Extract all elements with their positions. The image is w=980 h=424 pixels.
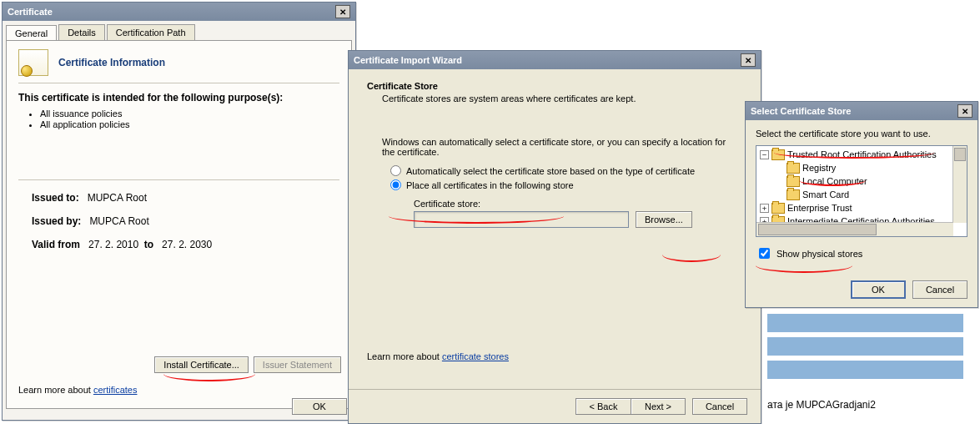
select-store-title: Select Certificate Store — [751, 106, 851, 116]
wizard-button-bar: < Back Next > Cancel — [349, 389, 761, 423]
divider — [18, 179, 339, 180]
tab-general[interactable]: General — [6, 25, 57, 41]
certificate-title: Certificate — [8, 7, 53, 17]
certificate-titlebar[interactable]: Certificate ✕ — [3, 3, 355, 21]
wizard-window: Certificate Import Wizard ✕ Certificate … — [348, 50, 761, 424]
issued-by-row: Issued by: MUPCA Root — [18, 215, 339, 227]
background-stripe — [767, 337, 963, 356]
tab-certification-path[interactable]: Certification Path — [107, 24, 195, 40]
install-certificate-button[interactable]: Install Certificate... — [154, 356, 248, 373]
tree-item-registry[interactable]: Registry — [802, 163, 836, 173]
certificate-ok-button[interactable]: OK — [292, 398, 347, 415]
tree-horizontal-scrollbar[interactable] — [756, 222, 953, 236]
annotation-mark — [163, 374, 255, 381]
background-stripe — [767, 314, 963, 332]
select-store-prompt: Select the certificate store you want to… — [756, 129, 967, 139]
back-button[interactable]: < Back — [575, 398, 631, 415]
folder-icon — [771, 149, 785, 160]
select-store-window: Select Certificate Store ✕ Select the ce… — [745, 101, 978, 308]
folder-icon — [771, 203, 785, 214]
folder-icon — [787, 189, 800, 200]
show-physical-checkbox[interactable] — [759, 248, 770, 259]
issuer-statement-button: Issuer Statement — [254, 356, 341, 373]
wizard-body-text: Windows can automatically select a certi… — [382, 137, 741, 157]
close-icon[interactable]: ✕ — [957, 104, 972, 118]
certificate-stores-link[interactable]: certificate stores — [442, 351, 509, 361]
certificate-store-tree[interactable]: − Trusted Root Certification Authorities… — [756, 145, 967, 237]
certificate-store-label: Certificate store: — [414, 199, 742, 209]
issued-to-value: MUPCA Root — [88, 192, 147, 204]
folder-icon — [787, 176, 800, 187]
cancel-button[interactable]: Cancel — [692, 398, 747, 415]
certificate-window: Certificate ✕ General Details Certificat… — [2, 2, 356, 421]
wizard-title: Certificate Import Wizard — [354, 55, 462, 65]
purpose-item: All issuance policies — [40, 109, 339, 119]
wizard-heading: Certificate Store — [367, 81, 742, 91]
background-text: ата је MUPCAGradjani2 — [767, 399, 876, 411]
close-icon[interactable]: ✕ — [741, 53, 756, 67]
purpose-heading: This certificate is intended for the fol… — [18, 92, 339, 103]
certificate-icon — [18, 49, 48, 76]
radio-auto-input[interactable] — [390, 165, 401, 176]
wizard-titlebar[interactable]: Certificate Import Wizard ✕ — [349, 51, 761, 69]
next-button[interactable]: Next > — [631, 398, 686, 415]
tree-expand-icon[interactable]: + — [760, 204, 769, 213]
folder-icon — [787, 163, 800, 174]
valid-row: Valid from 27. 2. 2010 to 27. 2. 2030 — [18, 239, 339, 250]
issued-by-value: MUPCA Root — [89, 215, 148, 227]
purpose-list: All issuance policies All application po… — [40, 109, 339, 129]
certificate-store-input[interactable] — [414, 211, 629, 228]
valid-from-label: Valid from — [32, 239, 80, 250]
tab-details[interactable]: Details — [58, 24, 105, 40]
learn-more-row: Learn more about certificates — [18, 385, 137, 395]
radio-auto-select[interactable]: Automatically select the certificate sto… — [390, 165, 742, 176]
background-stripe — [767, 361, 963, 379]
tree-item-smart-card[interactable]: Smart Card — [802, 189, 849, 199]
annotation-mark — [756, 265, 852, 273]
learn-more-prefix: Learn more about — [367, 351, 442, 361]
close-icon[interactable]: ✕ — [335, 5, 350, 18]
radio-place-all[interactable]: Place all certificates in the following … — [390, 179, 742, 190]
purpose-item: All application policies — [40, 119, 339, 129]
browse-button[interactable]: Browse... — [636, 211, 692, 228]
tree-item-enterprise-trust[interactable]: Enterprise Trust — [787, 203, 852, 213]
tree-item-local-computer[interactable]: Local Computer — [802, 176, 867, 186]
issued-to-row: Issued to: MUPCA Root — [18, 192, 339, 204]
valid-to-label: to — [144, 239, 153, 250]
valid-to-value: 27. 2. 2030 — [162, 239, 212, 250]
annotation-mark — [662, 255, 721, 262]
certificate-tabs: General Details Certification Path — [6, 24, 352, 40]
issued-by-label: Issued by: — [32, 215, 81, 227]
learn-more-prefix: Learn more about — [18, 385, 93, 395]
select-store-cancel-button[interactable]: Cancel — [912, 280, 967, 299]
wizard-learn-row: Learn more about certificate stores — [367, 351, 509, 361]
divider — [18, 83, 339, 83]
tree-item-trusted-root[interactable]: Trusted Root Certification Authorities — [787, 149, 937, 159]
radio-auto-label: Automatically select the certificate sto… — [406, 166, 695, 176]
certificate-info-heading: Certificate Information — [58, 57, 165, 68]
select-store-titlebar[interactable]: Select Certificate Store ✕ — [746, 102, 977, 120]
valid-from-value: 27. 2. 2010 — [88, 239, 138, 250]
radio-place-label: Place all certificates in the following … — [406, 180, 574, 190]
tree-vertical-scrollbar[interactable] — [952, 146, 967, 223]
select-store-ok-button[interactable]: OK — [851, 280, 906, 299]
tab-body-general: Certificate Information This certificate… — [6, 40, 352, 409]
tree-collapse-icon[interactable]: − — [760, 150, 769, 159]
radio-place-input[interactable] — [390, 179, 401, 190]
show-physical-stores[interactable]: Show physical stores — [756, 245, 967, 261]
show-physical-label: Show physical stores — [776, 249, 862, 259]
certificates-link[interactable]: certificates — [93, 385, 138, 395]
issued-to-label: Issued to: — [32, 192, 79, 204]
wizard-description: Certificate stores are system areas wher… — [382, 93, 742, 103]
